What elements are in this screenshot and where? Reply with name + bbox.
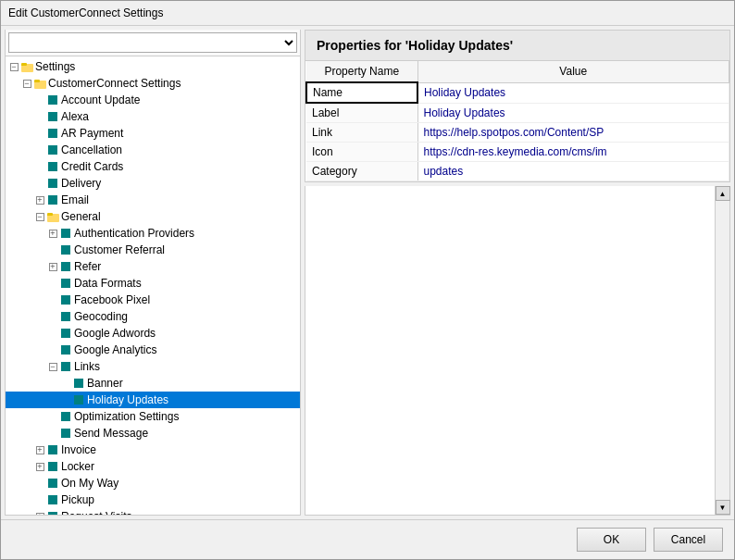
teal-icon	[59, 243, 72, 256]
ok-button[interactable]: OK	[577, 528, 646, 552]
tree-dropdown[interactable]	[8, 32, 297, 53]
tree-item[interactable]: Data Formats	[6, 275, 300, 292]
tree-item[interactable]: Send Message	[6, 425, 300, 442]
tree-item[interactable]: Google Analytics	[6, 342, 300, 358]
tree-item[interactable]: Facebook Pixel	[6, 292, 300, 308]
teal-icon	[59, 310, 72, 323]
tree-item-label: Refer	[74, 261, 101, 272]
expand-icon	[33, 93, 46, 106]
tree-item-label: Banner	[87, 378, 123, 389]
tree-item-label: Account Update	[61, 94, 140, 106]
tree-item[interactable]: +Authentication Providers	[6, 225, 300, 242]
teal-icon	[46, 177, 59, 190]
tree-item[interactable]: Banner	[6, 375, 300, 392]
tree-item-label: Credit Cards	[61, 161, 123, 172]
content-area: −Settings−CustomerConnect SettingsAccoun…	[1, 26, 734, 519]
folder-icon	[46, 210, 59, 223]
tree-item[interactable]: Holiday Updates	[6, 392, 300, 408]
tree-item-label: Data Formats	[74, 278, 142, 289]
expand-icon[interactable]: −	[20, 77, 33, 90]
property-value-cell: https://cdn-res.keymedia.com/cms/im	[417, 143, 729, 162]
tree-item-label: Geocoding	[74, 311, 128, 322]
folder-icon	[33, 77, 46, 90]
tree-item[interactable]: −CustomerConnect Settings	[6, 75, 300, 92]
teal-icon	[46, 443, 59, 456]
expand-icon	[59, 377, 72, 390]
tree-item[interactable]: Alexa	[6, 108, 300, 125]
property-row[interactable]: Iconhttps://cdn-res.keymedia.com/cms/im	[306, 143, 729, 162]
expand-icon	[46, 343, 59, 356]
teal-icon	[59, 343, 72, 356]
expand-icon	[46, 243, 59, 256]
tree-item[interactable]: Account Update	[6, 92, 300, 108]
tree-item[interactable]: +Invoice	[6, 442, 300, 458]
tree-item[interactable]: Customer Referral	[6, 242, 300, 258]
tree-item[interactable]: On My Way	[6, 475, 300, 492]
tree-item[interactable]: +Locker	[6, 458, 300, 475]
property-row[interactable]: NameHoliday Updates	[306, 82, 729, 103]
expand-icon	[33, 143, 46, 156]
tree-item[interactable]: Cancellation	[6, 142, 300, 158]
tree-item[interactable]: Pickup	[6, 492, 300, 508]
tree-item-label: General	[61, 211, 101, 222]
teal-icon	[72, 393, 85, 406]
tree-item[interactable]: +Email	[6, 192, 300, 208]
tree-item[interactable]: −General	[6, 208, 300, 225]
tree-item-label: Pickup	[61, 494, 94, 505]
expand-icon[interactable]: +	[33, 443, 46, 456]
tree-item[interactable]: Delivery	[6, 175, 300, 192]
tree-item-label: Request Visits	[61, 511, 131, 515]
text-area-container: ▲ ▼	[305, 186, 730, 516]
expand-icon[interactable]: +	[33, 460, 46, 473]
expand-icon[interactable]: −	[46, 360, 59, 373]
tree-item-label: Optimization Settings	[74, 411, 179, 422]
description-textarea[interactable]	[305, 186, 729, 515]
scrollbar-vertical[interactable]: ▲ ▼	[715, 186, 729, 515]
tree-item[interactable]: AR Payment	[6, 125, 300, 142]
property-value-cell: https://help.spotpos.com/Content/SP	[417, 123, 729, 143]
expand-icon	[46, 427, 59, 440]
svg-rect-8	[47, 213, 53, 216]
tree-container[interactable]: −Settings−CustomerConnect SettingsAccoun…	[6, 56, 300, 515]
teal-icon	[46, 93, 59, 106]
cancel-button[interactable]: Cancel	[654, 528, 723, 552]
expand-icon[interactable]: +	[33, 510, 46, 515]
tree-item-label: Send Message	[74, 428, 148, 439]
property-row[interactable]: LabelHoliday Updates	[306, 103, 729, 123]
tree-item[interactable]: Google Adwords	[6, 325, 300, 342]
property-value-cell: Holiday Updates	[417, 103, 729, 123]
property-name-cell: Link	[306, 123, 417, 143]
expand-icon[interactable]: −	[33, 210, 46, 223]
tree-item-label: Authentication Providers	[74, 228, 194, 239]
teal-icon	[59, 260, 72, 273]
expand-icon[interactable]: +	[46, 260, 59, 273]
expand-icon	[33, 477, 46, 490]
tree-item-label: Facebook Pixel	[74, 294, 150, 305]
expand-icon	[46, 410, 59, 423]
expand-icon[interactable]: +	[33, 193, 46, 206]
expand-icon[interactable]: +	[46, 227, 59, 240]
scroll-down-arrow[interactable]: ▼	[716, 500, 730, 515]
property-row[interactable]: Linkhttps://help.spotpos.com/Content/SP	[306, 123, 729, 143]
expand-icon[interactable]: −	[7, 60, 20, 73]
tree-item[interactable]: +Refer	[6, 258, 300, 275]
teal-icon	[46, 160, 59, 173]
col-property-name: Property Name	[306, 61, 417, 82]
tree-item[interactable]: +Request Visits	[6, 508, 300, 515]
tree-item[interactable]: Optimization Settings	[6, 408, 300, 425]
property-name-cell: Name	[306, 82, 417, 103]
expand-icon	[46, 310, 59, 323]
tree-item[interactable]: Credit Cards	[6, 158, 300, 175]
property-value-cell: updates	[417, 162, 729, 181]
tree-item[interactable]: −Settings	[6, 58, 300, 75]
tree-item[interactable]: Geocoding	[6, 308, 300, 325]
scroll-up-arrow[interactable]: ▲	[716, 186, 730, 201]
teal-icon	[46, 143, 59, 156]
property-row[interactable]: Categoryupdates	[306, 162, 729, 181]
expand-icon	[33, 110, 46, 123]
dialog-title: Edit CustomerConnect Settings	[8, 6, 163, 19]
tree-item[interactable]: −Links	[6, 358, 300, 375]
teal-icon	[46, 193, 59, 206]
property-name-cell: Label	[306, 103, 417, 123]
teal-icon	[59, 360, 72, 373]
